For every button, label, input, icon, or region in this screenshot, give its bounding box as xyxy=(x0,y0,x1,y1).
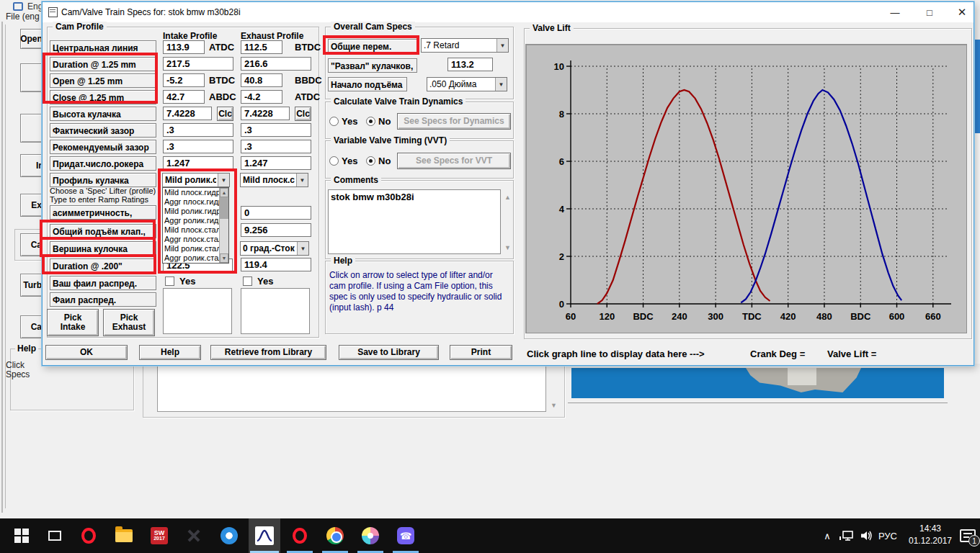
taskbar-engine-sim-active[interactable] xyxy=(249,518,280,553)
intake-cam-file-listbox[interactable] xyxy=(163,288,232,334)
combo-arrow-icon[interactable]: ▼ xyxy=(218,174,229,186)
taskbar-viber[interactable]: ☎ xyxy=(390,518,422,553)
sidebar-exhaust-button[interactable]: Ex xyxy=(20,194,45,217)
sidebar-open-button[interactable]: Open xyxy=(20,29,45,49)
network-icon[interactable] xyxy=(836,518,858,553)
taskbar-chrome[interactable] xyxy=(319,518,351,553)
pick-exhaust-button[interactable]: Pick Exhaust xyxy=(103,309,155,336)
sidebar-turbo-button[interactable]: Turb xyxy=(20,274,45,297)
sidebar-intake-button[interactable]: Ir xyxy=(20,154,45,177)
background-menu-file[interactable]: File (eng xyxy=(6,12,40,22)
intake-open-125-field[interactable]: -5.2 xyxy=(163,73,205,87)
exhaust-actual-lash-field[interactable]: .3 xyxy=(241,123,311,137)
print-button[interactable]: Print xyxy=(450,345,512,360)
background-text-area[interactable] xyxy=(157,364,546,412)
exhaust-total-lift-field[interactable]: 9.256 xyxy=(241,223,311,237)
engine-part-highlight xyxy=(788,368,816,385)
exhaust-asymmetry-field[interactable]: 0 xyxy=(241,206,311,220)
vvt-yes-radio[interactable] xyxy=(329,156,339,166)
sidebar-button-2[interactable] xyxy=(20,114,45,143)
task-view-button[interactable] xyxy=(39,518,71,553)
taskbar-lens-app[interactable] xyxy=(213,518,245,553)
label-lobe-profile: Профиль кулачка xyxy=(50,173,156,187)
sidebar-cam2-button[interactable]: Ca xyxy=(20,315,45,338)
intake-clc-button[interactable]: Clc xyxy=(217,107,233,121)
exhaust-open-125-field[interactable]: 40.8 xyxy=(241,73,282,87)
combo-arrow-icon[interactable]: ▼ xyxy=(495,78,507,91)
exhaust-lifter-combobox[interactable]: Mild плоск.ста ▼ xyxy=(240,173,308,187)
clock[interactable]: 14:43 01.12.2017 xyxy=(902,523,958,547)
intake-cam-file-checkbox[interactable] xyxy=(165,276,174,286)
start-button[interactable] xyxy=(6,518,37,553)
dynamics-no-radio[interactable] xyxy=(366,117,375,126)
intake-centerline-field[interactable]: 113.9 xyxy=(163,40,205,54)
sidebar-cam-button[interactable]: Ca xyxy=(20,233,45,256)
ok-button[interactable]: OK xyxy=(45,345,128,360)
exhaust-lobe-tip-combobox[interactable]: 0 град.-Сток пр ▼ xyxy=(240,241,309,256)
cam-adjust-combobox[interactable]: .7 Retard ▼ xyxy=(421,38,509,53)
intake-cam-height-field[interactable]: 7.4228 xyxy=(163,107,212,120)
exhaust-duration-125-field[interactable]: 216.6 xyxy=(241,57,311,71)
taskbar-opera[interactable] xyxy=(73,518,104,553)
dialog-titlebar[interactable]: Cam/Valve Train Specs for: stok bmw m30b… xyxy=(43,2,974,22)
dynamics-yes-radio[interactable] xyxy=(329,117,339,126)
exhaust-rocker-ratio-field[interactable]: 1.247 xyxy=(241,156,311,170)
pick-intake-button[interactable]: Pick Intake xyxy=(47,309,99,336)
retrieve-from-library-button[interactable]: Retrieve from Library xyxy=(210,345,326,360)
lens-app-icon xyxy=(220,527,238,544)
maximize-button[interactable]: □ xyxy=(914,2,945,22)
action-center-button[interactable]: 1 xyxy=(956,518,980,553)
svg-text:TDC: TDC xyxy=(742,311,762,322)
exhaust-cam-file-listbox[interactable] xyxy=(241,288,310,334)
see-specs-vvt-button[interactable]: See Specs for VVT xyxy=(397,153,511,169)
clock-time: 14:43 xyxy=(902,523,958,535)
intake-actual-lash-field[interactable]: .3 xyxy=(163,123,233,137)
exhaust-recommended-lash-field[interactable]: .3 xyxy=(241,140,311,153)
lifter-dropdown-list[interactable]: ▲ ▼ Mild плоск.гидрAggr плоск.гидрMild р… xyxy=(162,187,229,264)
intake-lifter-combobox[interactable]: Mild ролик.ста ▼ xyxy=(162,173,230,187)
comments-textarea[interactable]: stok bmw m30b28i xyxy=(328,189,501,254)
tray-expand-chevron[interactable]: ∧ xyxy=(817,518,837,553)
exhaust-close-125-field[interactable]: -4.2 xyxy=(241,90,282,104)
taskbar-solidworks[interactable]: SW2017 xyxy=(143,518,175,553)
combo-arrow-icon[interactable]: ▼ xyxy=(297,242,308,255)
intake-rocker-ratio-field[interactable]: 1.247 xyxy=(163,156,233,170)
valve-lift-chart[interactable]: 024681060120BDC240300TDC420480BDC600660 xyxy=(526,45,968,334)
combo-arrow-icon[interactable]: ▼ xyxy=(496,39,508,52)
taskbar-cad-app[interactable] xyxy=(178,518,210,553)
language-indicator[interactable]: РУС xyxy=(873,518,902,553)
lift-start-combobox[interactable]: .050 Дюйма ▼ xyxy=(427,77,507,91)
exhaust-clc-button[interactable]: Clc xyxy=(295,107,311,121)
lobe-separation-field[interactable]: 113.2 xyxy=(447,58,493,71)
help-title: Help xyxy=(331,256,355,266)
intake-close-unit: ABDC xyxy=(209,91,236,102)
exhaust-duration-200-field[interactable]: 119.4 xyxy=(241,258,311,271)
intake-recommended-lash-field[interactable]: .3 xyxy=(163,140,233,153)
taskbar-paint-app[interactable] xyxy=(355,518,386,553)
intake-lift-curve[interactable] xyxy=(741,90,901,302)
close-button[interactable]: ✕ xyxy=(947,2,977,22)
exhaust-cam-file-checkbox[interactable] xyxy=(243,276,252,286)
exhaust-cam-height-field[interactable]: 7.4228 xyxy=(241,107,290,120)
intake-close-125-field[interactable]: 42.7 xyxy=(163,90,205,104)
scroll-up-icon[interactable]: ▲ xyxy=(220,188,228,197)
combo-arrow-icon[interactable]: ▼ xyxy=(296,174,308,186)
taskbar-opera-2[interactable] xyxy=(284,518,316,553)
exhaust-centerline-field[interactable]: 112.5 xyxy=(241,40,282,54)
intake-duration-125-field[interactable]: 217.5 xyxy=(163,57,233,71)
see-specs-dynamics-button[interactable]: See Specs for Dynamics xyxy=(397,113,511,130)
dynamics-title: Calculate Valve Train Dynamics xyxy=(331,96,466,107)
help-button[interactable]: Help xyxy=(139,345,201,360)
sidebar-button-1[interactable] xyxy=(20,63,45,92)
save-to-library-button[interactable]: Save to Library xyxy=(339,345,439,360)
minimize-button[interactable]: — xyxy=(880,2,910,22)
comments-scroll-up-icon[interactable]: ▲ xyxy=(504,194,511,201)
exhaust-lift-curve[interactable] xyxy=(597,90,770,304)
comments-scroll-down-icon[interactable]: ▼ xyxy=(504,244,511,251)
taskbar-file-explorer[interactable] xyxy=(108,518,140,553)
scrollbar-thumb[interactable] xyxy=(220,197,228,219)
scroll-down-icon[interactable]: ▼ xyxy=(551,402,557,409)
lifter-list-scrollbar[interactable]: ▲ ▼ xyxy=(219,188,228,263)
vvt-no-radio[interactable] xyxy=(366,156,375,166)
scroll-down-icon[interactable]: ▼ xyxy=(220,253,228,263)
